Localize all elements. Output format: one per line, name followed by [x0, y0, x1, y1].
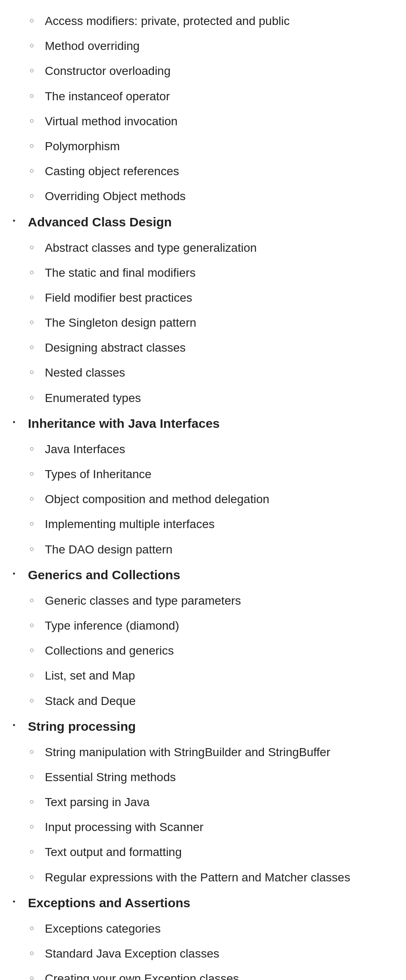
section-subitem: The Singleton design pattern: [45, 314, 393, 331]
section-subitem: Generic classes and type parameters: [45, 592, 393, 609]
hollow-bullet-icon: ○: [30, 821, 45, 832]
section-subitem: Abstract classes and type generalization: [45, 239, 393, 256]
section-subitem: Virtual method invocation: [45, 113, 393, 129]
list-item: ○Implementing multiple interfaces: [13, 512, 393, 537]
section-subitem: Text parsing in Java: [45, 794, 393, 810]
filled-bullet-icon: •: [13, 216, 28, 226]
list-item: •Advanced Class Design: [13, 209, 393, 235]
list-item: ○List, set and Map: [13, 663, 393, 688]
section-subitem: The static and final modifiers: [45, 264, 393, 281]
section-subitem: Constructor overloading: [45, 63, 393, 79]
list-item: ○Enumerated types: [13, 385, 393, 410]
section-subitem: Standard Java Exception classes: [45, 945, 393, 962]
section-subitem: Types of Inheritance: [45, 466, 393, 482]
list-item: ○Collections and generics: [13, 638, 393, 663]
hollow-bullet-icon: ○: [30, 872, 45, 882]
list-item: ○Generic classes and type parameters: [13, 588, 393, 613]
section-subitem: Object composition and method delegation: [45, 491, 393, 507]
section-heading: String processing: [28, 718, 393, 735]
hollow-bullet-icon: ○: [30, 165, 45, 176]
section-subitem: Essential String methods: [45, 769, 393, 785]
list-item: ○Abstract classes and type generalizatio…: [13, 235, 393, 260]
hollow-bullet-icon: ○: [30, 948, 45, 958]
hollow-bullet-icon: ○: [30, 796, 45, 807]
list-item: ○Java Interfaces: [13, 437, 393, 462]
hollow-bullet-icon: ○: [30, 595, 45, 606]
section-subitem: Type inference (diamond): [45, 617, 393, 634]
section-subitem: Field modifier best practices: [45, 289, 393, 306]
hollow-bullet-icon: ○: [30, 670, 45, 680]
filled-bullet-icon: •: [13, 417, 28, 428]
hollow-bullet-icon: ○: [30, 392, 45, 403]
hollow-bullet-icon: ○: [30, 645, 45, 655]
list-item: ○Text output and formatting: [13, 840, 393, 864]
section-subitem: Nested classes: [45, 364, 393, 381]
section-subitem: Exceptions categories: [45, 920, 393, 937]
hollow-bullet-icon: ○: [30, 443, 45, 454]
list-item: ○Nested classes: [13, 360, 393, 385]
list-item: ○Regular expressions with the Pattern an…: [13, 865, 393, 890]
list-item: ○Exceptions categories: [13, 916, 393, 941]
list-item: ○Access modifiers: private, protected an…: [13, 8, 393, 33]
section-heading: Exceptions and Assertions: [28, 894, 393, 912]
section-subitem: Access modifiers: private, protected and…: [45, 13, 393, 29]
section-subitem: Stack and Deque: [45, 693, 393, 709]
list-item: ○Virtual method invocation: [13, 109, 393, 134]
outline-list: ○Access modifiers: private, protected an…: [13, 8, 393, 980]
list-item: ○Stack and Deque: [13, 688, 393, 713]
list-item: •Inheritance with Java Interfaces: [13, 410, 393, 437]
hollow-bullet-icon: ○: [30, 116, 45, 126]
hollow-bullet-icon: ○: [30, 544, 45, 554]
hollow-bullet-icon: ○: [30, 468, 45, 479]
section-subitem: Designing abstract classes: [45, 339, 393, 356]
filled-bullet-icon: •: [13, 569, 28, 579]
list-item: •Generics and Collections: [13, 562, 393, 588]
list-item: ○Creating your own Exception classes: [13, 966, 393, 980]
hollow-bullet-icon: ○: [30, 317, 45, 328]
hollow-bullet-icon: ○: [30, 15, 45, 26]
section-subitem: Java Interfaces: [45, 441, 393, 457]
hollow-bullet-icon: ○: [30, 267, 45, 278]
hollow-bullet-icon: ○: [30, 923, 45, 933]
list-item: ○Input processing with Scanner: [13, 815, 393, 840]
list-item: ○Method overriding: [13, 33, 393, 58]
hollow-bullet-icon: ○: [30, 91, 45, 101]
list-item: ○Object composition and method delegatio…: [13, 487, 393, 512]
section-subitem: Overriding Object methods: [45, 188, 393, 204]
filled-bullet-icon: •: [13, 720, 28, 731]
section-subitem: Collections and generics: [45, 642, 393, 659]
list-item: ○Standard Java Exception classes: [13, 941, 393, 966]
section-subitem: Creating your own Exception classes: [45, 970, 393, 980]
section-subitem: String manipulation with StringBuilder a…: [45, 744, 393, 760]
hollow-bullet-icon: ○: [30, 367, 45, 377]
list-item: ○String manipulation with StringBuilder …: [13, 740, 393, 765]
section-heading: Generics and Collections: [28, 566, 393, 584]
hollow-bullet-icon: ○: [30, 846, 45, 857]
section-subitem: Casting object references: [45, 163, 393, 179]
hollow-bullet-icon: ○: [30, 190, 45, 201]
list-item: ○Field modifier best practices: [13, 285, 393, 310]
section-subitem: The DAO design pattern: [45, 541, 393, 558]
section-subitem: Implementing multiple interfaces: [45, 516, 393, 532]
list-item: •Exceptions and Assertions: [13, 890, 393, 916]
section-subitem: Regular expressions with the Pattern and…: [45, 869, 393, 886]
list-item: ○Type inference (diamond): [13, 613, 393, 638]
list-item: •String processing: [13, 713, 393, 740]
list-item: ○The static and final modifiers: [13, 260, 393, 285]
hollow-bullet-icon: ○: [30, 746, 45, 757]
hollow-bullet-icon: ○: [30, 973, 45, 980]
section-heading: Inheritance with Java Interfaces: [28, 415, 393, 432]
hollow-bullet-icon: ○: [30, 695, 45, 706]
hollow-bullet-icon: ○: [30, 242, 45, 253]
section-heading: Advanced Class Design: [28, 213, 393, 231]
list-item: ○Overriding Object methods: [13, 184, 393, 209]
section-subitem: Input processing with Scanner: [45, 819, 393, 835]
hollow-bullet-icon: ○: [30, 493, 45, 504]
hollow-bullet-icon: ○: [30, 771, 45, 782]
list-item: ○Constructor overloading: [13, 58, 393, 83]
list-item: ○The DAO design pattern: [13, 537, 393, 562]
hollow-bullet-icon: ○: [30, 292, 45, 303]
list-item: ○Polymorphism: [13, 134, 393, 159]
hollow-bullet-icon: ○: [30, 40, 45, 51]
hollow-bullet-icon: ○: [30, 518, 45, 529]
